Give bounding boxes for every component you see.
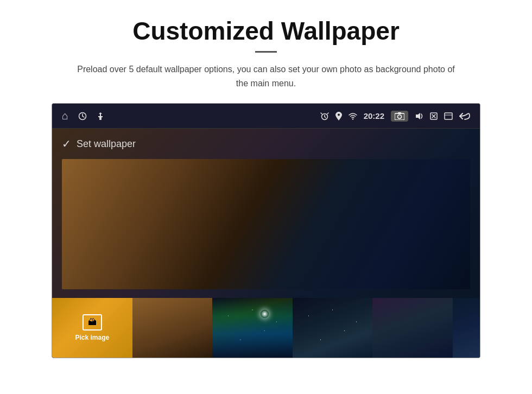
svg-point-7	[338, 113, 340, 116]
svg-rect-16	[445, 113, 452, 119]
svg-point-10	[398, 115, 402, 118]
wallpaper-thumb-3[interactable]	[293, 298, 373, 358]
status-bar-right: 20:22	[320, 111, 470, 122]
usb-icon	[97, 112, 104, 120]
close-icon	[430, 112, 438, 120]
alarm-icon	[320, 112, 329, 120]
content-area: ✓ Set wallpaper	[52, 129, 480, 298]
device-screenshot: ⌂	[52, 103, 480, 358]
status-bar: ⌂	[52, 104, 480, 129]
location-icon	[335, 112, 342, 120]
wallpaper-thumb-2[interactable]	[212, 298, 293, 358]
camera-icon	[391, 111, 408, 122]
window-icon	[444, 112, 453, 120]
page-subtitle: Preload over 5 default wallpaper options…	[71, 62, 461, 90]
home-icon: ⌂	[62, 110, 68, 122]
clock-icon	[78, 112, 87, 120]
pick-image-thumb[interactable]: Pick image	[52, 298, 132, 358]
pick-image-icon	[83, 314, 102, 331]
svg-line-2	[83, 116, 84, 117]
set-wallpaper-label: Set wallpaper	[77, 138, 136, 150]
thumbnail-strip: Pick image	[52, 298, 480, 358]
svg-line-6	[325, 117, 326, 118]
wallpaper-preview	[62, 159, 470, 289]
volume-icon	[415, 112, 423, 120]
wallpaper-thumb-4[interactable]	[372, 298, 453, 358]
page-title: Customized Wallpaper	[132, 16, 400, 46]
wallpaper-thumb-5[interactable]	[453, 298, 480, 358]
svg-rect-11	[398, 112, 401, 114]
svg-marker-12	[416, 113, 420, 119]
pick-image-label: Pick image	[75, 334, 109, 341]
wallpaper-thumb-1[interactable]	[132, 298, 213, 358]
svg-rect-3	[99, 118, 102, 120]
svg-point-8	[352, 118, 353, 119]
checkmark-icon: ✓	[62, 137, 71, 150]
set-wallpaper-row: ✓ Set wallpaper	[62, 137, 470, 150]
title-divider	[255, 51, 277, 53]
wifi-icon	[349, 112, 357, 120]
status-time: 20:22	[364, 111, 384, 120]
back-icon	[459, 112, 470, 120]
status-bar-left: ⌂	[62, 110, 104, 122]
